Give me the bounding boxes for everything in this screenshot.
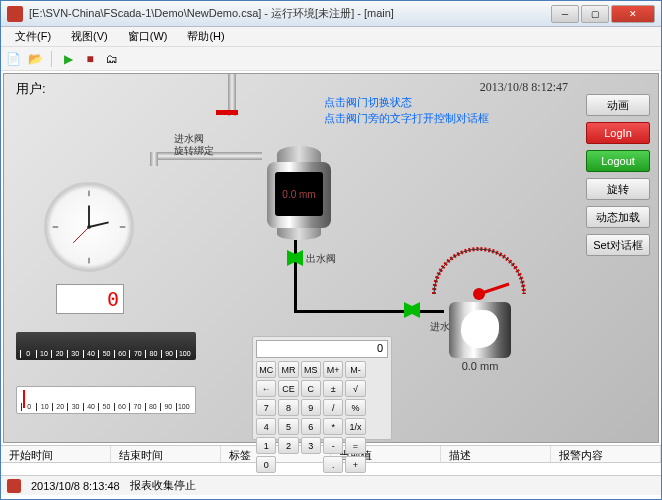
- calc-btn[interactable]: MC: [256, 361, 276, 378]
- scada-canvas: 用户: 2013/10/8 8:12:47 点击阀门切换状态 点击阀门旁的文字打…: [3, 73, 659, 443]
- hint-line1: 点击阀门切换状态: [324, 94, 489, 110]
- calc-btn[interactable]: %: [345, 399, 365, 416]
- windows-icon[interactable]: 🗂: [104, 51, 120, 67]
- statusbar: 2013/10/8 8:13:48 报表收集停止: [1, 475, 661, 495]
- rotate-bind-label: 旋转绑定: [174, 144, 214, 158]
- col-start[interactable]: 开始时间: [1, 446, 111, 462]
- calc-btn[interactable]: 1/x: [345, 418, 365, 435]
- calc-btn[interactable]: CE: [278, 380, 298, 397]
- svg-point-13: [473, 288, 485, 300]
- tank: 0.0 mm: [259, 146, 339, 238]
- calc-btn[interactable]: 6: [301, 418, 321, 435]
- minimize-button[interactable]: ─: [551, 5, 579, 23]
- ruler-light: 0102030405060708090100: [16, 386, 196, 414]
- calc-btn[interactable]: √: [345, 380, 365, 397]
- svg-line-10: [73, 227, 89, 243]
- dynload-button[interactable]: 动态加载: [586, 206, 650, 228]
- tank-display: 0.0 mm: [275, 172, 323, 216]
- calc-btn[interactable]: ±: [323, 380, 343, 397]
- calc-btn[interactable]: 2: [278, 437, 298, 454]
- col-alarm[interactable]: 报警内容: [551, 446, 661, 462]
- calc-btn[interactable]: M+: [323, 361, 343, 378]
- calc-btn[interactable]: /: [323, 399, 343, 416]
- calc-btn[interactable]: ←: [256, 380, 276, 397]
- analog-clock: [44, 182, 134, 272]
- pipe: [294, 310, 444, 313]
- menu-view[interactable]: 视图(V): [61, 27, 118, 46]
- calc-btn[interactable]: +: [345, 456, 365, 473]
- calc-display: 0: [256, 340, 388, 358]
- separator: [51, 51, 52, 67]
- rotate-button[interactable]: 旋转: [586, 178, 650, 200]
- new-icon[interactable]: 📄: [5, 51, 21, 67]
- calc-btn[interactable]: 4: [256, 418, 276, 435]
- calc-btn[interactable]: .: [323, 456, 343, 473]
- stop-icon[interactable]: ■: [82, 51, 98, 67]
- calc-btn[interactable]: 1: [256, 437, 276, 454]
- open-icon[interactable]: 📂: [27, 51, 43, 67]
- calc-btn[interactable]: MR: [278, 361, 298, 378]
- menu-window[interactable]: 窗口(W): [118, 27, 178, 46]
- hint-text: 点击阀门切换状态 点击阀门旁的文字打开控制对话框: [324, 94, 489, 126]
- calc-btn[interactable]: 7: [256, 399, 276, 416]
- col-end[interactable]: 结束时间: [111, 446, 221, 462]
- status-msg: 报表收集停止: [130, 478, 196, 493]
- calculator: 0 MCMRMSM+M-←CEC±√789/%456*1/x123-=0.+: [252, 336, 392, 440]
- calc-btn[interactable]: C: [301, 380, 321, 397]
- maximize-button[interactable]: ▢: [581, 5, 609, 23]
- ruler-dark: 0102030405060708090100: [16, 332, 196, 360]
- anim-button[interactable]: 动画: [586, 94, 650, 116]
- toolbar: 📄 📂 ▶ ■ 🗂: [1, 47, 661, 71]
- window-title: [E:\SVN-China\FScada-1\Demo\NewDemo.csa]…: [29, 6, 551, 21]
- svg-line-9: [89, 222, 109, 227]
- logout-button[interactable]: Logout: [586, 150, 650, 172]
- menubar: 文件(F) 视图(V) 窗口(W) 帮助(H): [1, 27, 661, 47]
- digit-display: 0: [56, 284, 124, 314]
- close-button[interactable]: ✕: [611, 5, 655, 23]
- menu-help[interactable]: 帮助(H): [177, 27, 234, 46]
- pointer-icon: [23, 390, 25, 408]
- status-time: 2013/10/8 8:13:48: [31, 480, 120, 492]
- status-icon: [7, 479, 21, 493]
- outlet-valve-label[interactable]: 出水阀: [306, 252, 336, 266]
- valve-handle-icon[interactable]: [216, 110, 238, 115]
- gauge: [424, 234, 534, 304]
- inlet-valve-2[interactable]: [404, 302, 420, 318]
- calc-btn[interactable]: MS: [301, 361, 321, 378]
- calc-btn[interactable]: *: [323, 418, 343, 435]
- calc-btn[interactable]: 3: [301, 437, 321, 454]
- outlet-valve[interactable]: [287, 250, 303, 266]
- calc-btn[interactable]: 9: [301, 399, 321, 416]
- calc-btn[interactable]: 8: [278, 399, 298, 416]
- user-label: 用户:: [16, 80, 46, 98]
- button-panel: 动画 LogIn Logout 旋转 动态加载 Set对话框: [586, 94, 650, 256]
- menu-file[interactable]: 文件(F): [5, 27, 61, 46]
- titlebar: [E:\SVN-China\FScada-1\Demo\NewDemo.csa]…: [1, 1, 661, 27]
- datetime-display: 2013/10/8 8:12:47: [480, 80, 568, 95]
- hint-line2: 点击阀门旁的文字打开控制对话框: [324, 110, 489, 126]
- col-desc[interactable]: 描述: [441, 446, 551, 462]
- svg-point-11: [87, 225, 91, 229]
- setdlg-button[interactable]: Set对话框: [586, 234, 650, 256]
- login-button[interactable]: LogIn: [586, 122, 650, 144]
- calc-btn[interactable]: 0: [256, 456, 276, 473]
- calc-btn[interactable]: M-: [345, 361, 365, 378]
- app-icon: [7, 6, 23, 22]
- tank2: 0.0 mm: [449, 302, 511, 372]
- calc-btn[interactable]: 5: [278, 418, 298, 435]
- calc-btn[interactable]: -: [323, 437, 343, 454]
- tank2-reading: 0.0 mm: [449, 360, 511, 372]
- calc-btn[interactable]: =: [345, 437, 365, 454]
- play-icon[interactable]: ▶: [60, 51, 76, 67]
- pipe: [150, 152, 158, 166]
